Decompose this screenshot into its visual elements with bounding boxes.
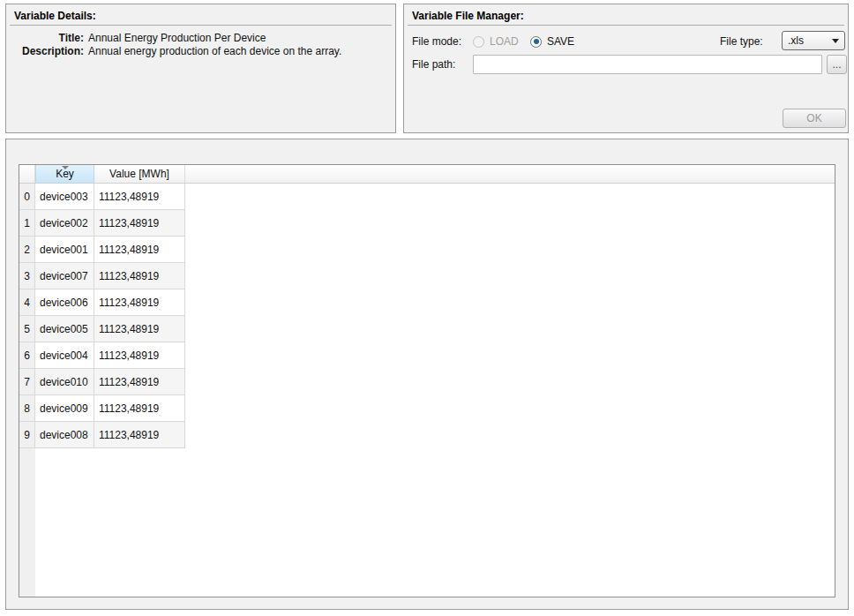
row-index: 9 — [19, 422, 35, 448]
row-index: 6 — [19, 342, 35, 369]
variable-details-header: Variable Details: — [14, 10, 96, 22]
row-index: 5 — [19, 316, 35, 342]
sort-descending-icon — [62, 166, 69, 169]
radio-selected-icon — [530, 36, 542, 48]
table-header-row: Key Value [MWh] — [19, 165, 835, 184]
row-index: 4 — [19, 289, 35, 316]
row-index: 2 — [19, 237, 35, 263]
row-value[interactable]: 11123,48919 — [94, 210, 185, 237]
save-radio-label: SAVE — [547, 35, 574, 48]
table-row[interactable]: 9 device008 11123,48919 — [19, 422, 835, 448]
title-label: Title: — [11, 32, 84, 45]
row-index: 0 — [19, 184, 35, 210]
row-key[interactable]: device002 — [35, 210, 94, 237]
browse-button[interactable]: ... — [827, 55, 847, 74]
save-radio[interactable]: SAVE — [530, 32, 574, 51]
table-row[interactable]: 0 device003 11123,48919 — [19, 184, 835, 210]
radio-unselected-icon — [473, 36, 484, 48]
file-manager-header: Variable File Manager: — [412, 10, 524, 22]
corner-header-cell[interactable] — [19, 165, 35, 183]
row-index: 3 — [19, 263, 35, 289]
row-key[interactable]: device005 — [35, 316, 94, 342]
file-path-label: File path: — [412, 55, 455, 74]
table-row[interactable]: 2 device001 11123,48919 — [19, 237, 835, 263]
row-key[interactable]: device004 — [35, 342, 94, 369]
table-row[interactable]: 6 device004 11123,48919 — [19, 342, 835, 369]
row-value[interactable]: 11123,48919 — [94, 369, 185, 395]
table-row[interactable]: 1 device002 11123,48919 — [19, 210, 835, 237]
details-grid: Title: Annual Energy Production Per Devi… — [11, 32, 388, 58]
title-value: Annual Energy Production Per Device — [88, 32, 388, 45]
description-value: Annual energy production of each device … — [88, 45, 388, 58]
table-rows: 0 device003 11123,48919 1 device002 1112… — [19, 184, 835, 448]
table-row[interactable]: 8 device009 11123,48919 — [19, 395, 835, 422]
row-value[interactable]: 11123,48919 — [94, 289, 185, 316]
row-value[interactable]: 11123,48919 — [94, 395, 185, 422]
row-value[interactable]: 11123,48919 — [94, 237, 185, 263]
table-row[interactable]: 5 device005 11123,48919 — [19, 316, 835, 342]
file-type-value: .xls — [788, 34, 832, 47]
table-row[interactable]: 4 device006 11123,48919 — [19, 289, 835, 316]
description-label: Description: — [11, 45, 84, 58]
row-key[interactable]: device003 — [35, 184, 94, 210]
file-manager-separator — [408, 25, 844, 26]
row-value[interactable]: 11123,48919 — [94, 263, 185, 289]
row-key[interactable]: device001 — [35, 237, 94, 263]
row-index: 8 — [19, 395, 35, 422]
row-index: 7 — [19, 369, 35, 395]
row-key[interactable]: device007 — [35, 263, 94, 289]
header-filler — [185, 165, 835, 183]
row-key[interactable]: device006 — [35, 289, 94, 316]
file-path-input[interactable] — [473, 55, 822, 74]
file-mode-label: File mode: — [412, 32, 461, 51]
table-row[interactable]: 3 device007 11123,48919 — [19, 263, 835, 289]
details-separator — [10, 25, 392, 26]
ok-button-label: OK — [806, 112, 821, 124]
row-value[interactable]: 11123,48919 — [94, 184, 185, 210]
key-column-header-label: Key — [56, 168, 74, 180]
load-radio-label: LOAD — [490, 35, 519, 48]
row-key[interactable]: device010 — [35, 369, 94, 395]
ok-button: OK — [783, 109, 846, 128]
browse-button-label: ... — [832, 58, 841, 71]
variable-details-panel: Variable Details: Title: Annual Energy P… — [5, 4, 396, 133]
variable-table-panel: Key Value [MWh] 0 device003 11123,48919 … — [5, 139, 849, 610]
file-type-dropdown[interactable]: .xls — [782, 31, 845, 50]
row-value[interactable]: 11123,48919 — [94, 316, 185, 342]
value-column-header[interactable]: Value [MWh] — [94, 165, 185, 183]
key-column-header[interactable]: Key — [35, 165, 94, 183]
row-key[interactable]: device009 — [35, 395, 94, 422]
value-column-header-label: Value [MWh] — [109, 168, 169, 180]
load-radio: LOAD — [473, 32, 519, 51]
row-index: 1 — [19, 210, 35, 237]
table-row[interactable]: 7 device010 11123,48919 — [19, 369, 835, 395]
row-value[interactable]: 11123,48919 — [94, 342, 185, 369]
row-key[interactable]: device008 — [35, 422, 94, 448]
variable-file-manager-panel: Variable File Manager: File mode: LOAD S… — [403, 4, 849, 133]
chevron-down-icon — [832, 39, 839, 43]
row-value[interactable]: 11123,48919 — [94, 422, 185, 448]
file-type-label: File type: — [720, 32, 763, 51]
data-table: Key Value [MWh] 0 device003 11123,48919 … — [19, 164, 835, 597]
